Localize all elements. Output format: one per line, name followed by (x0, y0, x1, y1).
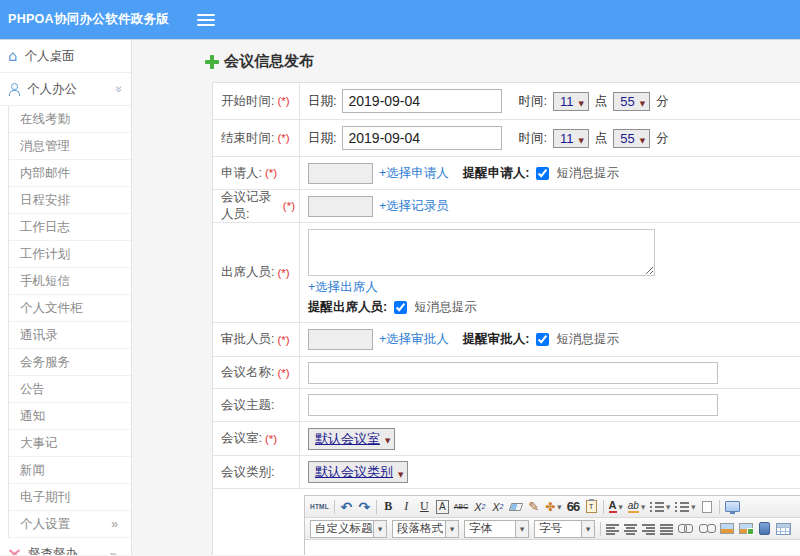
sidebar-item-notice[interactable]: 通知 (9, 403, 131, 430)
form-row-meeting-topic: 会议主题: (213, 389, 800, 422)
dropdown-arrow-icon (640, 94, 645, 109)
align-left-button[interactable] (606, 520, 619, 537)
ordered-list-icon (650, 501, 664, 513)
sidebar-item-desktop[interactable]: ⌂ 个人桌面 (0, 40, 131, 73)
paste-button[interactable]: T (585, 498, 598, 515)
start-minute-select[interactable]: 55 (613, 92, 650, 111)
sidebar-item-internal-mail[interactable]: 内部邮件 (9, 160, 131, 187)
fullscreen-button[interactable] (725, 498, 742, 515)
redo-icon[interactable]: ↷ (358, 498, 371, 515)
image-add-icon (739, 523, 753, 534)
subscript-button[interactable]: X2 (491, 498, 504, 515)
recorder-input[interactable] (308, 196, 373, 217)
hamburger-menu-icon[interactable] (197, 14, 215, 26)
font-color-button[interactable]: A (609, 498, 623, 515)
editor-toolbar-row2: 自定义标题 段落格式 字体 字号 (305, 518, 800, 540)
sidebar-item-news[interactable]: 新闻 (9, 457, 131, 484)
end-time-label: 结束时间: (221, 130, 274, 147)
underline-button[interactable]: U (418, 498, 431, 515)
new-document-button[interactable] (701, 498, 714, 515)
start-date-input[interactable] (342, 89, 502, 113)
required-mark: (*) (277, 132, 289, 144)
start-hour-select[interactable]: 11 (553, 92, 589, 111)
editor-content-area[interactable] (305, 540, 800, 555)
meeting-type-select[interactable]: 默认会议类别 (308, 461, 408, 483)
custom-heading-select[interactable]: 自定义标题 (310, 520, 387, 538)
choose-approver-link[interactable]: +选择审批人 (379, 331, 449, 348)
meeting-room-select[interactable]: 默认会议室 (308, 428, 395, 450)
eraser-button[interactable] (509, 498, 522, 515)
insert-table-button[interactable] (776, 520, 791, 537)
sidebar-item-sms[interactable]: 手机短信 (9, 268, 131, 295)
sidebar-item-e-journal[interactable]: 电子期刊 (9, 484, 131, 511)
sidebar-item-contacts[interactable]: 通讯录 (9, 322, 131, 349)
font-family-select[interactable]: 字体 (464, 520, 529, 538)
form-row-meeting-room: 会议室:(*) 默认会议室 (213, 422, 800, 456)
recorder-label: 会议记录人员: (221, 189, 280, 223)
unordered-list-button[interactable] (675, 498, 695, 515)
unordered-list-icon (675, 501, 689, 513)
insert-image-button[interactable] (720, 520, 734, 537)
meeting-name-input[interactable] (308, 362, 718, 384)
applicant-input[interactable] (308, 163, 373, 184)
sidebar-item-work-plan[interactable]: 工作计划 (9, 241, 131, 268)
attendees-sms-checkbox[interactable] (394, 301, 407, 314)
end-date-input[interactable] (342, 126, 502, 150)
dropdown-arrow-icon (398, 465, 403, 480)
sidebar-item-messages[interactable]: 消息管理 (9, 133, 131, 160)
insert-media-button[interactable] (758, 520, 771, 537)
sidebar-item-office[interactable]: 个人办公 » (0, 73, 131, 106)
insert-link-button[interactable] (678, 520, 694, 537)
choose-applicant-link[interactable]: +选择申请人 (379, 165, 449, 182)
eraser-icon (508, 503, 523, 511)
bold-button[interactable]: B (382, 498, 395, 515)
superscript-button[interactable]: X2 (473, 498, 486, 515)
align-center-icon (624, 523, 637, 535)
add-icon (205, 55, 219, 69)
upload-image-button[interactable] (739, 520, 753, 537)
choose-recorder-link[interactable]: +选择记录员 (379, 198, 449, 215)
approver-sms-checkbox[interactable] (536, 333, 549, 346)
sidebar-submenu: 在线考勤 消息管理 内部邮件 日程安排 工作日志 工作计划 手机短信 个人文件柜… (8, 106, 131, 538)
align-right-button[interactable] (642, 520, 655, 537)
approver-input[interactable] (308, 329, 373, 350)
format-painter-button[interactable]: ✤ (545, 498, 561, 515)
applicant-sms-checkbox[interactable] (536, 167, 549, 180)
sidebar-item-file-cabinet[interactable]: 个人文件柜 (9, 295, 131, 322)
sidebar-item-schedule[interactable]: 日程安排 (9, 187, 131, 214)
sidebar-item-work-log[interactable]: 工作日志 (9, 214, 131, 241)
end-minute-select[interactable]: 55 (613, 129, 650, 148)
highlight-color-button[interactable]: ab (628, 498, 645, 515)
sidebar-item-memorabilia[interactable]: 大事记 (9, 430, 131, 457)
align-justify-button[interactable] (660, 520, 673, 537)
sidebar-item-supervision[interactable]: 督查督办 » (0, 538, 131, 555)
ordered-list-button[interactable] (650, 498, 670, 515)
attendees-textarea[interactable] (308, 229, 655, 276)
required-mark: (*) (283, 200, 295, 212)
editor-toolbar-row1: HTML ↶ ↷ B I U A ABC X2 X2 (305, 496, 800, 518)
remove-link-button[interactable] (699, 520, 715, 537)
dropdown-arrow-icon (385, 431, 390, 446)
align-center-button[interactable] (624, 520, 637, 537)
sidebar-item-attendance[interactable]: 在线考勤 (9, 106, 131, 133)
page-title: 会议信息发布 (205, 52, 800, 71)
sidebar-item-meeting-service[interactable]: 会务服务 (9, 349, 131, 376)
strikethrough-button[interactable]: ABC (454, 498, 468, 515)
required-mark: (*) (277, 367, 289, 379)
html-source-button[interactable]: HTML (310, 498, 329, 515)
blockquote-button[interactable]: 66 (567, 498, 580, 515)
meeting-topic-input[interactable] (308, 394, 718, 416)
table-icon (776, 523, 791, 535)
sidebar-item-personal-settings[interactable]: 个人设置 » (9, 511, 131, 538)
format-brush-button[interactable]: ✎ (527, 498, 540, 515)
font-style-box-button[interactable]: A (436, 500, 449, 514)
dropdown-arrow-icon (640, 131, 645, 146)
end-hour-select[interactable]: 11 (553, 129, 589, 148)
choose-attendees-link[interactable]: +选择出席人 (308, 279, 378, 296)
sidebar-item-announcement[interactable]: 公告 (9, 376, 131, 403)
undo-icon[interactable]: ↶ (340, 498, 353, 515)
italic-button[interactable]: I (400, 498, 413, 515)
app-header: PHPOA协同办公软件政务版 (0, 0, 800, 40)
paragraph-format-select[interactable]: 段落格式 (392, 520, 459, 538)
font-size-select[interactable]: 字号 (534, 520, 595, 538)
